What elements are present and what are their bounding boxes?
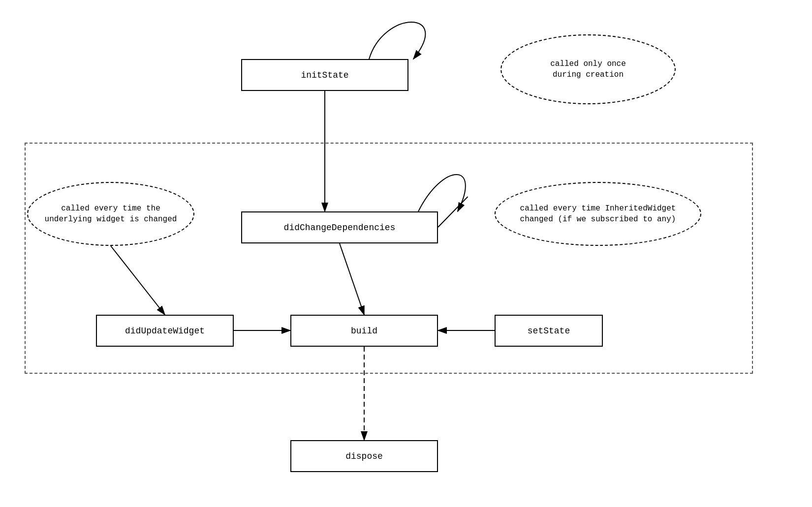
box-build: build bbox=[290, 315, 438, 347]
box-didupdatewidget: didUpdateWidget bbox=[96, 315, 234, 347]
box-dispose: dispose bbox=[290, 440, 438, 472]
box-setstate: setState bbox=[495, 315, 603, 347]
ellipse-called-once: called only once during creation bbox=[500, 34, 676, 104]
diagram-container: initState didChangeDependencies build di… bbox=[0, 0, 812, 507]
ellipse-inherited-widget: called every time InheritedWidget change… bbox=[495, 182, 701, 246]
box-didchangedependencies: didChangeDependencies bbox=[241, 211, 438, 243]
box-initstate: initState bbox=[241, 59, 408, 91]
ellipse-every-time: called every time the underlying widget … bbox=[27, 182, 194, 246]
